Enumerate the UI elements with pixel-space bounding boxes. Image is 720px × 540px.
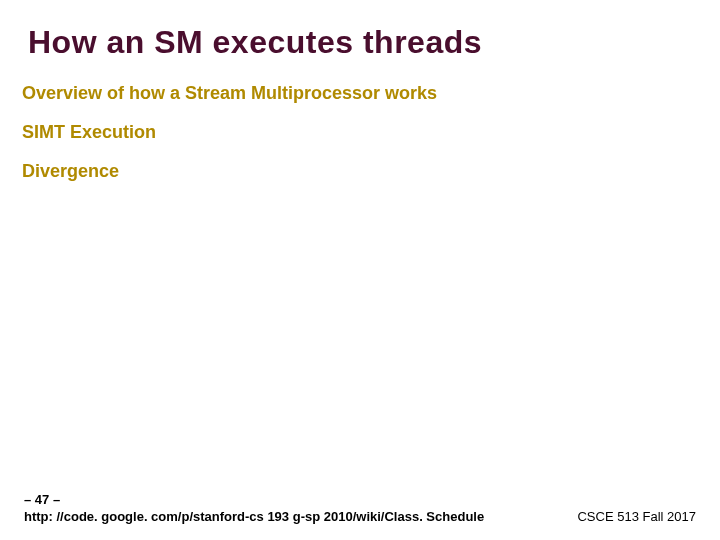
bullet-simt: SIMT Execution xyxy=(22,122,692,143)
slide-title: How an SM executes threads xyxy=(28,24,692,61)
page-number: – 47 – xyxy=(24,491,696,509)
course-label: CSCE 513 Fall 2017 xyxy=(577,508,696,526)
footer-row: http: //code. google. com/p/stanford-cs … xyxy=(24,508,696,526)
slide-footer: – 47 – http: //code. google. com/p/stanf… xyxy=(24,491,696,526)
slide: How an SM executes threads Overview of h… xyxy=(0,0,720,540)
bullet-divergence: Divergence xyxy=(22,161,692,182)
bullet-overview: Overview of how a Stream Multiprocessor … xyxy=(22,83,692,104)
source-url: http: //code. google. com/p/stanford-cs … xyxy=(24,508,484,526)
